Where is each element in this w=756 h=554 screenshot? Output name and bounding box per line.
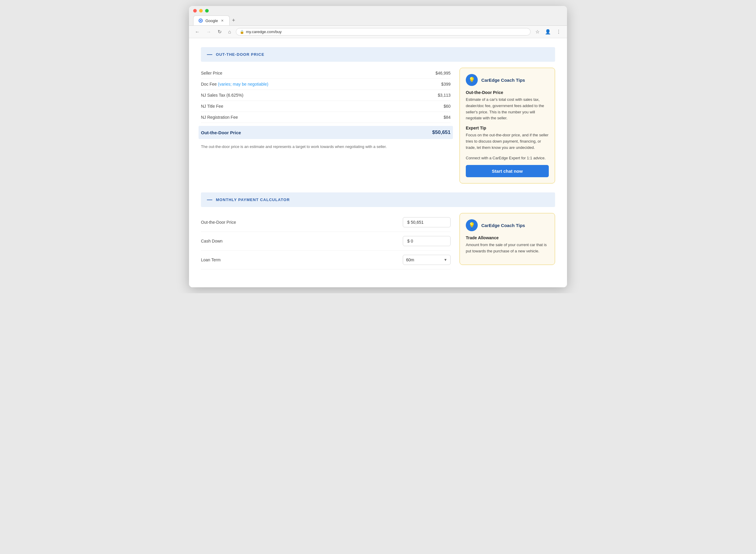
- monthly-collapse-icon[interactable]: —: [207, 197, 212, 203]
- back-button[interactable]: ←: [193, 29, 202, 35]
- loan-term-label: Loan Term: [201, 258, 221, 262]
- out-the-door-section: — OUT-THE-DOOR PRICE Seller Price $46,99…: [201, 47, 555, 183]
- coach-tips-section1-title: Out-the-Door Price: [466, 90, 549, 95]
- coach-tips-section2-text: Focus on the out-the-door price, and if …: [466, 132, 549, 151]
- otd-price-input[interactable]: [403, 217, 451, 227]
- tab-close-button[interactable]: ✕: [220, 18, 224, 23]
- coach-tips2-section1-text: Amount from the sale of your current car…: [466, 242, 549, 255]
- coach-tips-sidebar-1: 💡 CarEdge Coach Tips Out-the-Door Price …: [459, 68, 555, 183]
- address-bar: 🔒: [236, 28, 531, 36]
- coach-tips-card-1: 💡 CarEdge Coach Tips Out-the-Door Price …: [459, 68, 555, 183]
- total-label: Out-the-Door Price: [201, 130, 241, 135]
- total-value: $50,651: [432, 129, 451, 135]
- browser-controls: [193, 9, 563, 12]
- monthly-payment-title: MONTHLY PAYMENT CALCULATOR: [216, 198, 290, 202]
- coach-tips-connect: Connect with a CarEdge Expert for 1:1 ad…: [466, 155, 549, 161]
- total-price-row: Out-the-Door Price $50,651: [199, 126, 453, 139]
- loan-term-input[interactable]: [403, 255, 441, 265]
- coach-tips-section1-text: Estimate of a car's total cost with sale…: [466, 97, 549, 121]
- minimize-traffic-light[interactable]: [199, 9, 203, 12]
- otd-price-calc-row: Out-the-Door Price: [201, 213, 451, 232]
- forward-button[interactable]: →: [205, 29, 213, 35]
- tab-favicon-icon: [198, 18, 203, 23]
- lock-icon: 🔒: [240, 30, 244, 34]
- loan-term-dropdown-icon[interactable]: ▼: [441, 258, 450, 262]
- coach-tips-card-2: 💡 CarEdge Coach Tips Trade Allowance Amo…: [459, 213, 555, 265]
- sales-tax-value: $3,113: [438, 93, 451, 98]
- maximize-traffic-light[interactable]: [205, 9, 209, 12]
- registration-fee-value: $84: [444, 115, 451, 120]
- out-the-door-main: Seller Price $46,995 Doc Fee (varies; ma…: [201, 68, 451, 150]
- collapse-icon[interactable]: —: [207, 51, 212, 58]
- home-button[interactable]: ⌂: [226, 29, 233, 35]
- cash-down-calc-row: Cash Down: [201, 232, 451, 251]
- title-fee-label: NJ Title Fee: [201, 104, 223, 109]
- browser-tabs: Google ✕ +: [193, 15, 563, 25]
- doc-fee-row: Doc Fee (varies; may be negotiable) $399: [201, 79, 451, 90]
- seller-price-row: Seller Price $46,995: [201, 68, 451, 79]
- new-tab-button[interactable]: +: [230, 16, 238, 25]
- profile-button[interactable]: 👤: [543, 29, 553, 35]
- page-content: — OUT-THE-DOOR PRICE Seller Price $46,99…: [189, 38, 567, 287]
- coach-icon-2: 💡: [466, 219, 478, 231]
- monthly-payment-section: — MONTHLY PAYMENT CALCULATOR Out-the-Doo…: [201, 192, 555, 269]
- coach-icon-1: 💡: [466, 74, 478, 86]
- coach-tips-header-2: 💡 CarEdge Coach Tips: [466, 219, 549, 231]
- coach-tips-sidebar-2: 💡 CarEdge Coach Tips Trade Allowance Amo…: [459, 213, 555, 265]
- browser-toolbar: ← → ↻ ⌂ 🔒 ☆ 👤 ⋮: [189, 26, 567, 38]
- monthly-payment-main: Out-the-Door Price Cash Down Loan Term ▼: [201, 213, 451, 269]
- menu-button[interactable]: ⋮: [554, 29, 563, 35]
- cash-down-input[interactable]: [403, 236, 451, 246]
- doc-fee-value: $399: [441, 82, 451, 87]
- title-fee-row: NJ Title Fee $60: [201, 101, 451, 112]
- url-input[interactable]: [246, 30, 527, 34]
- sales-tax-label: NJ Sales Tax (6.625%): [201, 93, 243, 98]
- out-the-door-body: Seller Price $46,995 Doc Fee (varies; ma…: [201, 68, 555, 183]
- monthly-payment-body: Out-the-Door Price Cash Down Loan Term ▼: [201, 213, 555, 269]
- coach-tips-title-2: CarEdge Coach Tips: [481, 223, 525, 228]
- tab-label: Google: [205, 18, 218, 23]
- doc-fee-label: Doc Fee (varies; may be negotiable): [201, 82, 268, 87]
- bookmark-button[interactable]: ☆: [534, 29, 541, 35]
- coach-tips-section2-title: Expert Tip: [466, 126, 549, 130]
- sales-tax-row: NJ Sales Tax (6.625%) $3,113: [201, 90, 451, 101]
- monthly-payment-header: — MONTHLY PAYMENT CALCULATOR: [201, 192, 555, 207]
- coach-tips2-section1-title: Trade Allowance: [466, 235, 549, 240]
- reload-button[interactable]: ↻: [216, 29, 223, 35]
- out-the-door-header: — OUT-THE-DOOR PRICE: [201, 47, 555, 62]
- start-chat-button[interactable]: Start chat now: [466, 165, 549, 177]
- out-the-door-title: OUT-THE-DOOR PRICE: [216, 52, 264, 57]
- active-tab[interactable]: Google ✕: [193, 15, 230, 25]
- registration-fee-label: NJ Registration Fee: [201, 115, 238, 120]
- coach-tips-title-1: CarEdge Coach Tips: [481, 77, 525, 82]
- browser-titlebar: Google ✕ +: [189, 6, 567, 26]
- title-fee-value: $60: [444, 104, 451, 109]
- cash-down-label: Cash Down: [201, 239, 222, 243]
- loan-term-calc-row: Loan Term ▼: [201, 251, 451, 269]
- otd-price-calc-label: Out-the-Door Price: [201, 220, 236, 225]
- seller-price-label: Seller Price: [201, 71, 222, 75]
- close-traffic-light[interactable]: [193, 9, 197, 12]
- registration-fee-row: NJ Registration Fee $84: [201, 112, 451, 123]
- seller-price-value: $46,995: [435, 71, 451, 75]
- loan-term-select[interactable]: ▼: [403, 255, 451, 265]
- out-the-door-footnote: The out-the-door price is an estimate an…: [201, 144, 451, 150]
- browser-window: Google ✕ + ← → ↻ ⌂ 🔒 ☆ 👤 ⋮ — OUT-THE-DOO…: [189, 6, 567, 287]
- toolbar-right: ☆ 👤 ⋮: [534, 29, 563, 35]
- coach-tips-header-1: 💡 CarEdge Coach Tips: [466, 74, 549, 86]
